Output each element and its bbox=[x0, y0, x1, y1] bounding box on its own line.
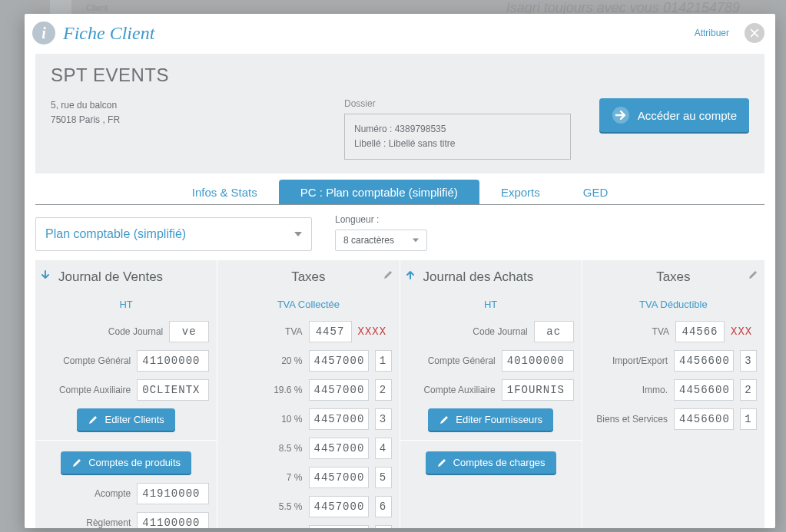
taxes-ventes-title: Taxes bbox=[225, 269, 391, 285]
dossier-libelle: Libellé : Libellé sans titre bbox=[354, 137, 561, 151]
code-journal-input[interactable] bbox=[534, 321, 574, 342]
tax-rate-label: 20 % bbox=[225, 355, 302, 366]
tax-account-input[interactable] bbox=[674, 379, 734, 401]
address-line-1: 5, rue du balcon bbox=[51, 98, 335, 113]
tva-label: TVA bbox=[590, 326, 669, 337]
chevron-down-icon bbox=[294, 232, 302, 236]
tax-rate-label: Import/Export bbox=[590, 355, 668, 366]
journal-achats-column: Journal des Achats HT Code Journal Compt… bbox=[400, 260, 582, 528]
tva-label: TVA bbox=[225, 326, 302, 337]
journal-ventes-title: Journal de Ventes bbox=[43, 269, 209, 285]
dossier-label: Dossier bbox=[344, 98, 571, 109]
compte-auxiliaire-input[interactable] bbox=[137, 379, 209, 401]
tax-ext-input[interactable] bbox=[375, 408, 392, 430]
chevron-down-icon bbox=[413, 239, 419, 243]
tax-rate-label: Immo. bbox=[590, 385, 668, 395]
compte-auxiliaire-label: Compte Auxiliaire bbox=[408, 385, 496, 395]
code-journal-label: Code Journal bbox=[408, 326, 528, 337]
compte-general-label: Compte Général bbox=[43, 355, 131, 366]
acompte-label: Acompte bbox=[43, 488, 131, 499]
client-name: SPT EVENTS bbox=[51, 64, 749, 86]
tva-code-input[interactable] bbox=[675, 321, 725, 342]
dossier-box: Numéro : 4389798535 Libellé : Libellé sa… bbox=[344, 114, 571, 160]
editer-fournisseurs-button[interactable]: Editer Fournisseurs bbox=[428, 408, 553, 431]
tax-account-input[interactable] bbox=[674, 408, 734, 430]
reglement-input[interactable] bbox=[137, 512, 209, 528]
taxes-ventes-column: Taxes TVA Collectée TVA XXXX 20 %19.6 %1… bbox=[217, 260, 400, 528]
taxes-achats-title: Taxes bbox=[590, 269, 757, 285]
tax-ext-input[interactable] bbox=[740, 408, 757, 430]
journal-ventes-column: Journal de Ventes HT Code Journal Compte… bbox=[35, 260, 217, 528]
tab-infos-stats[interactable]: Infos & Stats bbox=[171, 180, 279, 204]
ht-label: HT bbox=[43, 299, 209, 310]
tax-ext-input[interactable] bbox=[375, 379, 392, 401]
length-select-value: 8 caractères bbox=[343, 235, 394, 246]
close-icon[interactable] bbox=[745, 23, 764, 43]
client-address: 5, rue du balcon 75018 Paris , FR bbox=[51, 98, 335, 127]
acompte-input[interactable] bbox=[137, 483, 209, 504]
tax-row: Biens et Services bbox=[590, 408, 757, 430]
pencil-icon bbox=[71, 458, 82, 468]
comptes-charges-button[interactable]: Comptes de charges bbox=[426, 451, 556, 474]
tax-ext-input[interactable] bbox=[740, 379, 757, 401]
tax-ext-input[interactable] bbox=[375, 525, 392, 528]
tab-exports[interactable]: Exports bbox=[479, 180, 562, 204]
tab-ged[interactable]: GED bbox=[562, 180, 630, 204]
tax-row: 19.6 % bbox=[225, 379, 391, 401]
fiche-client-modal: i Fiche Client Attribuer SPT EVENTS 5, r… bbox=[25, 14, 775, 528]
tax-rate-label: 19.6 % bbox=[225, 385, 302, 395]
compte-general-input[interactable] bbox=[502, 350, 574, 372]
comptes-produits-label: Comptes de produits bbox=[88, 457, 181, 468]
tax-account-input[interactable] bbox=[674, 350, 734, 372]
compte-auxiliaire-input[interactable] bbox=[502, 379, 574, 401]
tax-ext-input[interactable] bbox=[375, 438, 392, 459]
tax-row: 2.1 % bbox=[225, 525, 391, 528]
code-journal-input[interactable] bbox=[169, 321, 209, 342]
tab-plan-comptable[interactable]: PC : Plan comptable (simplifié) bbox=[279, 180, 479, 204]
tax-ext-input[interactable] bbox=[375, 350, 392, 372]
tax-account-input[interactable] bbox=[309, 350, 369, 372]
tax-rate-label: 10 % bbox=[225, 414, 302, 425]
comptes-charges-label: Comptes de charges bbox=[453, 457, 546, 468]
attribuer-link[interactable]: Attribuer bbox=[695, 28, 729, 38]
tax-account-input[interactable] bbox=[309, 438, 369, 459]
editer-clients-label: Editer Clients bbox=[104, 414, 164, 425]
tax-row: 10 % bbox=[225, 408, 391, 430]
acceder-compte-button[interactable]: Accéder au compte bbox=[599, 98, 749, 132]
backdrop-client-label: Client bbox=[86, 3, 108, 12]
compte-general-input[interactable] bbox=[137, 350, 209, 372]
tva-code-input[interactable] bbox=[309, 321, 352, 342]
taxes-achats-column: Taxes TVA Déductible TVA XXX Import/Expo… bbox=[582, 260, 764, 528]
tax-account-input[interactable] bbox=[309, 379, 369, 401]
code-journal-label: Code Journal bbox=[43, 326, 163, 337]
address-line-2: 75018 Paris , FR bbox=[51, 113, 335, 127]
plan-select[interactable]: Plan comptable (simplifié) bbox=[35, 217, 312, 251]
tax-rate-label: 5.5 % bbox=[225, 501, 302, 512]
tax-rate-label: 7 % bbox=[225, 472, 302, 483]
tax-ext-input[interactable] bbox=[740, 350, 757, 372]
tax-row: Immo. bbox=[590, 379, 757, 401]
pencil-icon bbox=[88, 415, 98, 425]
tax-account-input[interactable] bbox=[309, 525, 369, 528]
arrow-down-icon bbox=[40, 269, 52, 282]
tva-mask: XXX bbox=[731, 325, 757, 338]
cta-label: Accéder au compte bbox=[638, 109, 737, 122]
tax-row: 8.5 % bbox=[225, 438, 391, 459]
tva-collectee-label: TVA Collectée bbox=[225, 299, 391, 310]
length-label: Longueur : bbox=[335, 214, 427, 225]
tax-rate-label: 8.5 % bbox=[225, 443, 302, 454]
tax-ext-input[interactable] bbox=[375, 467, 392, 488]
compte-general-label: Compte Général bbox=[408, 355, 496, 366]
tax-row: 7 % bbox=[225, 467, 391, 488]
tax-account-input[interactable] bbox=[309, 467, 369, 488]
plan-select-value: Plan comptable (simplifié) bbox=[45, 227, 186, 240]
tax-account-input[interactable] bbox=[309, 496, 369, 517]
pencil-icon[interactable] bbox=[748, 269, 760, 282]
comptes-produits-button[interactable]: Comptes de produits bbox=[61, 451, 191, 474]
pencil-icon bbox=[439, 415, 449, 425]
length-select[interactable]: 8 caractères bbox=[335, 230, 427, 251]
editer-clients-button[interactable]: Editer Clients bbox=[77, 408, 174, 431]
tax-account-input[interactable] bbox=[309, 408, 369, 430]
pencil-icon[interactable] bbox=[383, 269, 395, 282]
tax-ext-input[interactable] bbox=[375, 496, 392, 517]
